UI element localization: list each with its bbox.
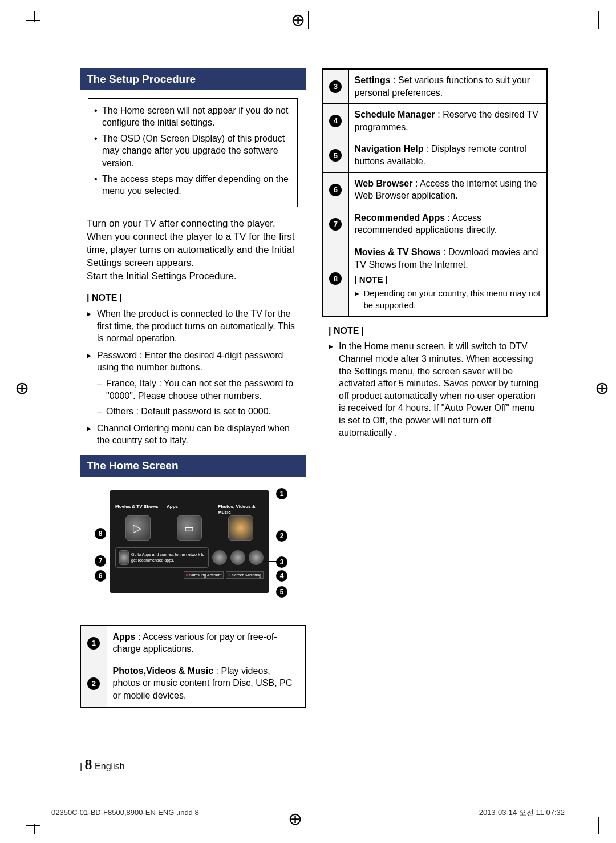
crop-mark <box>308 11 309 29</box>
table-row: 4 Schedule Manager : Reserve the desired… <box>322 104 547 138</box>
def-number: 4 <box>329 115 342 127</box>
note-item: Password : Enter the desired 4-digit pas… <box>87 349 299 418</box>
def-term: Photos,Videos & Music <box>113 666 214 676</box>
registration-mark-icon: ⊕ <box>291 9 305 32</box>
note-subitem: Others : Default password is set to 0000… <box>97 405 299 418</box>
crop-mark <box>34 11 35 22</box>
btn-a-label: Samsung Account <box>189 573 221 577</box>
crop-mark <box>598 817 599 834</box>
left-column: The Setup Procedure The Home screen will… <box>80 68 306 752</box>
table-row: 3 Settings : Set various functions to su… <box>322 69 547 104</box>
crop-mark <box>598 11 599 29</box>
right-column: 3 Settings : Set various functions to su… <box>322 68 548 752</box>
indd-timestamp: 2013-03-14 오전 11:07:32 <box>479 808 565 818</box>
def-term: Web Browser <box>355 179 413 188</box>
crop-mark <box>26 825 40 826</box>
apps-icon <box>177 515 202 541</box>
footer-language: English <box>95 761 124 771</box>
tile-label-movies: Movies & TV Shows <box>115 504 161 513</box>
table-row: 2 Photos,Videos & Music : Play videos, p… <box>80 660 305 707</box>
crop-mark <box>26 20 40 21</box>
indesign-slug: 02350C-01-BD-F8500,8900-EN-ENG-.indd 8 2… <box>51 808 565 818</box>
rec-apps-text: Go to Apps and connect to the network to… <box>131 552 205 563</box>
def-number: 8 <box>329 272 342 285</box>
note-label: | NOTE | <box>329 325 541 337</box>
home-screen-heading: The Home Screen <box>80 455 306 477</box>
note-item: When the product is connected to the TV … <box>87 308 299 345</box>
definitions-table-right: 3 Settings : Set various functions to su… <box>322 68 548 317</box>
def-number: 7 <box>329 218 342 231</box>
setup-notes-list: When the product is connected to the TV … <box>87 308 299 447</box>
rec-apps-icon <box>119 550 129 565</box>
setup-bullets-box: The Home screen will not appear if you d… <box>88 98 298 207</box>
callout-2: 2 <box>276 530 287 542</box>
bullet-item: The OSD (On Screen Display) of this prod… <box>102 132 289 170</box>
def-number: 6 <box>329 184 342 196</box>
page-number: 8 <box>85 756 92 773</box>
callout-1: 1 <box>276 488 287 499</box>
def-term: Apps <box>113 632 136 642</box>
def-term: Navigation Help <box>355 144 424 154</box>
def-number: 3 <box>329 80 342 93</box>
setup-procedure-heading: The Setup Procedure <box>80 68 306 90</box>
bullet-item: The Home screen will not appear if you d… <box>102 104 289 129</box>
table-row: 1 Apps : Access various for pay or free-… <box>80 626 305 660</box>
def-term: Recommended Apps <box>355 213 445 223</box>
note-label: | NOTE | <box>87 292 299 304</box>
def8-note: Depending on your country, this menu may… <box>355 288 541 311</box>
definitions-table-left: 1 Apps : Access various for pay or free-… <box>80 625 306 708</box>
crop-mark <box>34 824 35 834</box>
note-label: | NOTE | <box>355 274 541 285</box>
table-row: 8 Movies & TV Shows : Download movies an… <box>322 241 547 316</box>
tile-label-media: Photos, Videos & Music <box>218 504 264 513</box>
table-row: 7 Recommended Apps : Access recommended … <box>322 207 547 241</box>
note-item: In the Home menu screen, it will switch … <box>329 340 541 439</box>
note-item: Channel Ordering menu can be displayed w… <box>87 422 299 447</box>
tile-label-apps: Apps <box>167 504 212 513</box>
def-term: Schedule Manager <box>355 110 435 119</box>
def-term: Settings <box>355 75 391 85</box>
def-number: 2 <box>87 677 100 690</box>
table-row: 5 Navigation Help : Displays remote cont… <box>322 138 547 172</box>
note-subitem: France, Italy : You can not set the pass… <box>97 377 299 402</box>
web-browser-icon <box>212 550 227 565</box>
def-text: : Access various for pay or free-of-char… <box>113 632 277 654</box>
def-term: Movies & TV Shows <box>355 247 441 257</box>
home-screen-figure: Movies & TV Shows Apps Photos, Videos & … <box>87 485 299 610</box>
callout-8: 8 <box>95 528 106 539</box>
setup-body-text: Turn on your TV after connecting the pla… <box>87 217 299 283</box>
page-footer: | 8 English <box>80 755 125 775</box>
indd-filename: 02350C-01-BD-F8500,8900-EN-ENG-.indd 8 <box>51 808 199 818</box>
registration-mark-icon: ⊕ <box>595 377 609 400</box>
callout-3: 3 <box>276 556 287 568</box>
note-item-text: Password : Enter the desired 4-digit pas… <box>97 350 283 373</box>
tv-screenshot: Movies & TV Shows Apps Photos, Videos & … <box>110 490 269 593</box>
registration-mark-icon: ⊕ <box>15 377 29 400</box>
schedule-manager-icon <box>230 550 245 565</box>
media-icon <box>228 515 253 541</box>
callout-7: 7 <box>95 555 106 567</box>
settings-icon <box>249 550 264 565</box>
right-note-list: In the Home menu screen, it will switch … <box>329 340 541 439</box>
callout-4: 4 <box>276 570 287 582</box>
play-icon <box>125 515 151 541</box>
callout-6: 6 <box>95 570 106 582</box>
table-row: 6 Web Browser : Access the internet usin… <box>322 172 547 207</box>
def-number: 1 <box>87 637 100 650</box>
footer-bar: | <box>80 761 82 771</box>
callout-5: 5 <box>276 586 287 598</box>
bullet-item: The access steps may differ depending on… <box>102 173 289 197</box>
def-number: 5 <box>329 149 342 162</box>
